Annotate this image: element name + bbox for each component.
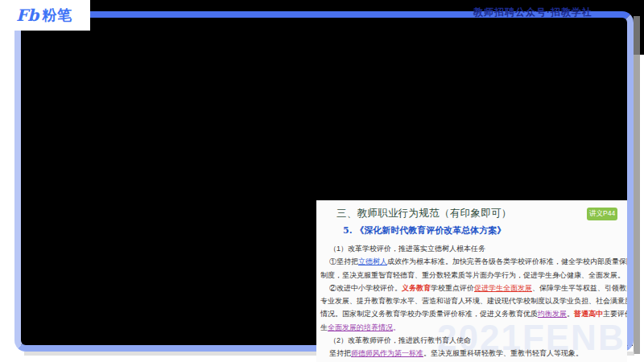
top-watermark-text: 教师招聘公众号·招教学社 — [473, 6, 592, 19]
body-text: 。坚决克服重科研轻教学、重教书轻育人等现象。 — [423, 349, 583, 357]
logo-corner: Fb 粉笔 — [0, 0, 90, 31]
body-text: 主要评价学 — [603, 310, 627, 318]
highlighted-term: 师德师风作为第一标准 — [351, 349, 423, 357]
content-panel: 2021FENBI 三、教师职业行为规范（有印象即可） 讲义P44 5. 《深化… — [316, 200, 627, 362]
frame-shadow-right — [634, 16, 640, 354]
body-line: ②改进中小学校评价。义务教育学校重点评价促进学生全面发展、保障学生平等权益、引领… — [320, 282, 625, 294]
body-text: 。 — [567, 310, 574, 318]
body-line: 制度，坚决克服重智育轻德育、重分数轻素质等片面办学行为，促进学生身心健康、全面发… — [320, 269, 625, 282]
highlighted-term: 均衡发展 — [538, 310, 567, 318]
highlighted-term: 普通高中 — [574, 310, 603, 318]
body-text: 坚持把 — [329, 349, 351, 357]
body-text: 学校重点评价 — [431, 284, 474, 292]
body-line: 情况。国家制定义务教育学校办学质量评价标准，促进义务教育优质均衡发展。普通高中主… — [320, 307, 625, 320]
highlighted-term: 。 — [393, 323, 400, 331]
body-line: 坚持把师德师风作为第一标准。坚决克服重科研轻教学、重教书轻育人等现象。 — [320, 347, 625, 360]
body-line: 生全面发展的培养情况。 — [320, 321, 625, 334]
body-text: 情况。国家制定义务教育学校办学质量评价标准，促进义务教育优质 — [320, 310, 538, 318]
body-text: 成效作为根本标准。加快完善各级各类学校评价标准，健全学校内部质量保障 — [387, 257, 627, 265]
slide-stage: 教师招聘公众号·招教学社 Fb 粉笔 2021FENBI 三、教师职业行为规范（… — [0, 0, 644, 362]
highlighted-term: 义务教育 — [402, 284, 431, 292]
body-text: 、保障学生平等权益、引领教师 — [532, 284, 627, 292]
body-line: （1）改革学校评价，推进落实立德树人根本任务 — [320, 242, 625, 255]
handout-page-badge: 讲义P44 — [587, 208, 617, 220]
highlighted-term: 促进学生全面发展 — [474, 284, 532, 292]
fenbi-logo-icon: Fb — [16, 6, 39, 25]
body-line: 专业发展、提升教育教学水平、营造和谐育人环境、建设现代学校制度以及学业负担、社会… — [320, 294, 625, 307]
section-title: 三、教师职业行为规范（有印象即可） — [336, 207, 512, 220]
fenbi-logo-text: 粉笔 — [42, 6, 72, 25]
panel-body-text: （1）改革学校评价，推进落实立德树人根本任务①坚持把立德树人成效作为根本标准。加… — [320, 242, 625, 360]
highlighted-term: 全面发展的培养情况 — [328, 323, 393, 331]
body-text: ②改进中小学校评价。 — [329, 284, 402, 292]
body-line: （2）改革教师评价，推进践行教书育人使命 — [320, 334, 625, 347]
body-text: 制度，坚决克服重智育轻德育、重分数轻素质等片面办学行为，促进学生身心健康、全面发… — [320, 271, 625, 279]
body-line: ①坚持把立德树人成效作为根本标准。加快完善各级各类学校评价标准，健全学校内部质量… — [320, 255, 625, 268]
body-text: 生 — [320, 323, 328, 331]
body-text: （1）改革学校评价，推进落实立德树人根本任务 — [329, 245, 485, 253]
policy-heading: 5. 《深化新时代教育评价改革总体方案》 — [343, 224, 506, 237]
highlighted-term: 立德树人 — [358, 257, 387, 265]
body-text: 专业发展、提升教育教学水平、营造和谐育人环境、建设现代学校制度以及学业负担、社会… — [320, 297, 627, 305]
body-text: ①坚持把 — [329, 257, 358, 265]
body-text: （2）改革教师评价，推进践行教书育人使命 — [329, 336, 471, 344]
